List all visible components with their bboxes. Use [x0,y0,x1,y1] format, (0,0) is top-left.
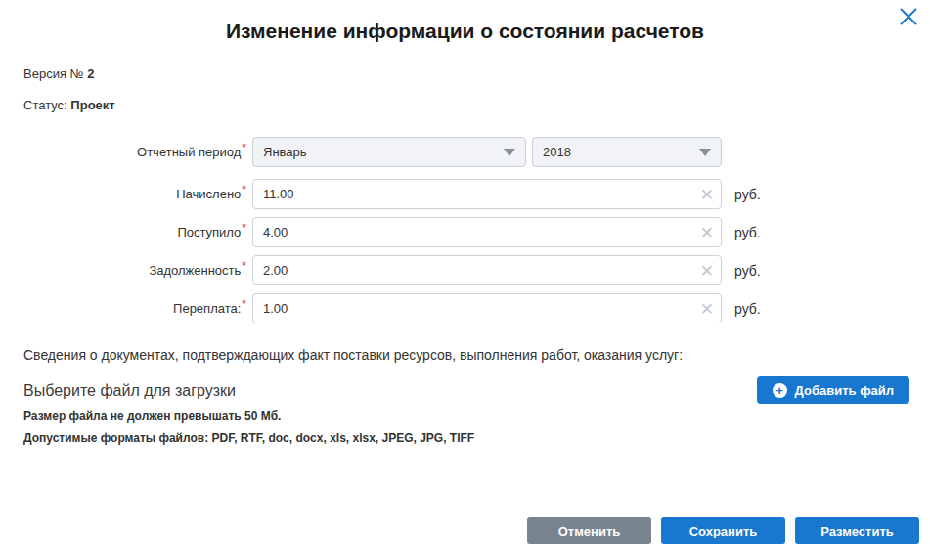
received-label: Поступило* [0,225,252,239]
add-file-button[interactable]: + Добавить файл [757,376,909,404]
close-icon [899,7,918,26]
close-button[interactable] [897,5,920,28]
required-asterisk: * [242,141,246,154]
overpayment-row: Переплата:* ✕ руб. [0,293,930,323]
accrued-input-wrap: ✕ [252,179,722,209]
currency-unit: руб. [734,263,761,279]
clear-icon[interactable]: ✕ [700,300,714,317]
add-file-label: Добавить файл [795,383,894,398]
documents-heading: Сведения о документах, подтверждающих фа… [23,347,683,363]
overpayment-label: Переплата:* [0,301,252,316]
chevron-down-icon [504,149,515,156]
publish-button[interactable]: Разместить [795,517,919,544]
accrued-label: Начислено* [0,187,252,201]
overpayment-input[interactable] [252,293,722,323]
accrued-row: Начислено* ✕ руб. [0,179,930,209]
page-title: Изменение информации о состоянии расчето… [0,20,930,43]
debt-input-wrap: ✕ [252,255,722,285]
year-select[interactable]: 2018 [532,137,722,167]
plus-icon: + [773,383,787,398]
calculation-form: Отчетный период* Январь 2018 Начислено* … [0,137,930,331]
required-asterisk: * [242,221,246,235]
required-asterisk: * [242,259,246,273]
debt-input[interactable] [252,255,722,285]
version-value: 2 [87,66,94,81]
received-input[interactable] [252,217,722,247]
received-row: Поступило* ✕ руб. [0,217,930,247]
file-formats-note: Допустимые форматы файлов: PDF, RTF, doc… [23,431,474,445]
clear-icon[interactable]: ✕ [700,262,714,279]
month-select-value: Январь [263,145,307,159]
version-line: Версия № 2 [23,66,94,81]
currency-unit: руб. [734,187,761,202]
choose-file-text: Выберите файл для загрузки [23,382,236,400]
save-button[interactable]: Сохранить [661,517,785,544]
file-size-note: Размер файла не должен превышать 50 Мб. [23,409,281,423]
status-label: Статус: [23,98,67,112]
reporting-period-label: Отчетный период* [0,145,252,159]
edit-calculations-dialog: Изменение информации о состоянии расчето… [0,0,930,560]
debt-row: Задолженность* ✕ руб. [0,255,930,285]
accrued-input[interactable] [252,179,722,209]
overpayment-input-wrap: ✕ [252,293,722,323]
clear-icon[interactable]: ✕ [700,224,714,240]
chevron-down-icon [699,149,711,156]
required-asterisk: * [242,183,246,196]
currency-unit: руб. [734,301,761,317]
currency-unit: руб. [734,225,761,240]
dialog-footer: Отменить Сохранить Разместить [527,517,919,544]
debt-label: Задолженность* [0,263,252,278]
status-line: Статус: Проект [23,98,115,112]
required-asterisk: * [242,297,246,311]
clear-icon[interactable]: ✕ [700,186,714,202]
month-select[interactable]: Январь [252,137,526,167]
cancel-button[interactable]: Отменить [527,517,651,544]
received-input-wrap: ✕ [252,217,722,247]
reporting-period-row: Отчетный период* Январь 2018 [0,137,930,167]
version-label: Версия № [23,66,84,81]
year-select-value: 2018 [543,145,571,159]
status-value: Проект [70,98,114,112]
